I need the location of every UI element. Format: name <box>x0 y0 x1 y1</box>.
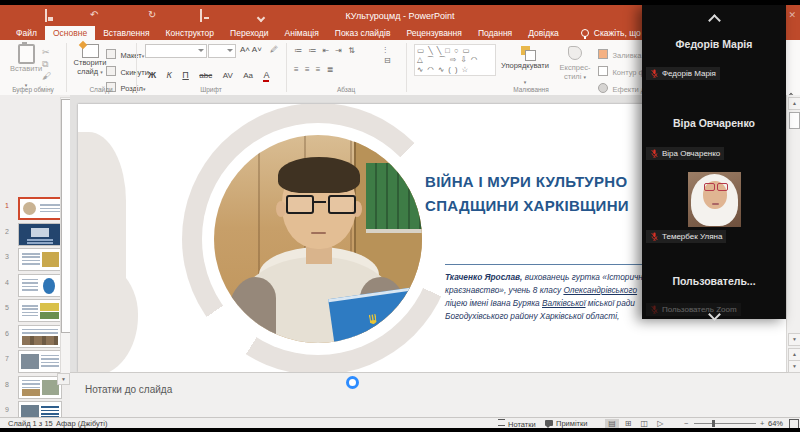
participant-name: Федорів Марія <box>642 38 786 50</box>
slide-thumbnail-2[interactable] <box>18 223 62 246</box>
glasses-left-lens <box>286 195 314 214</box>
thumb-number: 9 <box>5 406 9 413</box>
muted-mic-icon <box>650 149 659 158</box>
muted-mic-icon <box>650 69 659 78</box>
group-clipboard: Буфер обміну <box>0 86 66 93</box>
participant-tile-video[interactable]: Темербек Уляна <box>642 162 786 245</box>
tab-review[interactable]: Рецензування <box>398 26 469 40</box>
notes-placeholder: Нотатки до слайда <box>85 384 172 395</box>
tab-slideshow[interactable]: Показ слайдів <box>327 26 399 40</box>
red-glasses-right <box>717 183 728 191</box>
pane-scroll-down-button[interactable]: ▼ <box>57 373 70 385</box>
slide-thumbnail-7[interactable] <box>18 350 62 373</box>
trident-icon <box>369 314 377 325</box>
thumb-number: 1 <box>5 202 9 209</box>
slide-thumbnail-8[interactable] <box>18 376 62 399</box>
zoom-participants-panel: Федорів Марія Федорів Марія Віра Овчарен… <box>642 5 786 319</box>
next-slide-button[interactable]: ▼ <box>788 360 800 373</box>
slide-thumbnail-1[interactable] <box>18 197 62 220</box>
group-slides: Слайди <box>66 86 136 93</box>
slide-photo[interactable] <box>214 135 422 343</box>
tab-help[interactable]: Довідка <box>520 26 567 40</box>
tab-view[interactable]: Подання <box>470 26 520 40</box>
participant-tile[interactable]: Віра Овчаренко Віра Овчаренко <box>642 83 786 162</box>
tab-file[interactable]: Файл <box>8 26 45 40</box>
participant-tile[interactable]: Федорів Марія Федорів Марія <box>642 5 786 83</box>
slide-thumbnail-5[interactable] <box>18 299 62 322</box>
scroll-up-button[interactable]: ▲ <box>788 97 800 110</box>
tab-insert[interactable]: Вставлення <box>95 26 157 40</box>
scroll-down-button[interactable]: ▼ <box>788 333 800 346</box>
letterbox-bottom <box>0 428 800 432</box>
zoom-slider-track[interactable] <box>694 423 756 424</box>
scroll-participants-down-icon[interactable] <box>710 305 719 323</box>
group-drawing: Малювання <box>406 86 656 93</box>
thumb-number: 2 <box>5 228 9 235</box>
notes-icon <box>498 419 505 426</box>
slide-body-text[interactable]: Ткаченко Ярослав, вихованець гуртка «Іст… <box>445 271 651 323</box>
tab-home[interactable]: Основне <box>45 26 95 40</box>
tab-transitions[interactable]: Переходи <box>222 26 277 40</box>
decorative-blob-2 <box>78 254 138 372</box>
tab-animations[interactable]: Анімація <box>277 26 327 40</box>
thumb-number: 4 <box>5 279 9 286</box>
participant-video <box>688 172 741 227</box>
glasses-right-lens <box>328 195 356 214</box>
participant-label: Пользователь Zoom <box>646 303 741 316</box>
slide-thumbnail-3[interactable] <box>18 248 62 271</box>
thumb-number: 6 <box>5 330 9 337</box>
slide-thumbnail-6[interactable] <box>18 325 62 348</box>
thumb-number: 5 <box>5 304 9 311</box>
participant-label: Темербек Уляна <box>646 230 726 243</box>
lightbulb-icon <box>581 29 589 37</box>
slide-thumbnail-pane: 1 2 3 4 5 6 7 8 9 10 11 12 ▼ <box>0 95 71 417</box>
slide-title[interactable]: ВІЙНА І МУРИ КУЛЬТУРНО СПАДЩИНИ ХАРКІВЩИ… <box>425 170 629 218</box>
thumb-number: 8 <box>5 381 9 388</box>
group-font: Шрифт <box>136 86 286 93</box>
tab-design[interactable]: Конструктор <box>158 26 222 40</box>
participant-label: Федорів Марія <box>646 67 720 80</box>
thumb-number: 7 <box>5 355 9 362</box>
annotation-dot <box>346 376 359 389</box>
red-glasses-left <box>704 183 715 191</box>
comments-icon <box>545 420 553 426</box>
zoom-slider-thumb[interactable] <box>712 420 715 427</box>
participant-name: Віра Овчаренко <box>642 117 786 129</box>
screen: ↶ ↻ КУльтуроцмд - PowerPoint ✕ Файл Осно… <box>0 0 800 432</box>
group-paragraph: Абзац <box>286 86 406 93</box>
vertical-scrollbar[interactable]: ▲ ▼ ▲ ▼ <box>786 95 800 372</box>
muted-mic-icon <box>650 305 659 314</box>
slide-thumbnail-4[interactable] <box>18 274 62 297</box>
participant-label: Віра Овчаренко <box>646 147 724 160</box>
participant-tile[interactable]: Пользователь... Пользователь Zoom <box>642 245 786 319</box>
thumb-number: 3 <box>5 253 9 260</box>
notes-area[interactable]: Нотатки до слайда <box>70 372 800 418</box>
participant-name: Пользователь... <box>642 275 786 287</box>
scrollbar-thumb[interactable] <box>789 112 800 129</box>
muted-mic-icon <box>650 232 659 241</box>
close-icon[interactable]: ✕ <box>788 10 796 20</box>
